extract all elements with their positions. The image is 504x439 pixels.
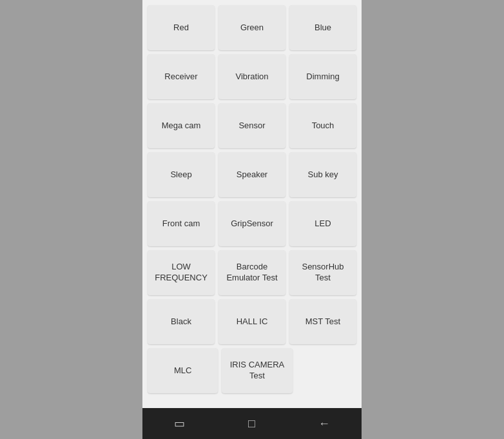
btn-blue[interactable]: Blue — [289, 5, 356, 50]
btn-mlc[interactable]: MLC — [148, 348, 218, 393]
btn-receiver[interactable]: Receiver — [148, 54, 215, 99]
btn-dimming[interactable]: Dimming — [289, 54, 356, 99]
phone-container: RedGreenBlueReceiverVibrationDimmingMega… — [142, 0, 362, 439]
btn-sleep[interactable]: Sleep — [148, 152, 215, 197]
btn-speaker[interactable]: Speaker — [218, 152, 286, 197]
btn-red[interactable]: Red — [148, 5, 215, 50]
recent-apps-icon[interactable]: ▭ — [161, 411, 198, 436]
btn-low-frequency[interactable]: LOW FREQUENCY — [148, 250, 215, 295]
back-icon[interactable]: ← — [305, 412, 343, 436]
btn-sensorhub-test[interactable]: SensorHub Test — [289, 250, 356, 295]
grid-area: RedGreenBlueReceiverVibrationDimmingMega… — [142, 0, 362, 408]
button-row-2: Mega camSensorTouch — [148, 103, 356, 148]
btn-front-cam[interactable]: Front cam — [148, 201, 215, 246]
btn-black[interactable]: Black — [148, 299, 215, 344]
btn-gripsensor[interactable]: GripSensor — [218, 201, 286, 246]
btn-hall-ic[interactable]: HALL IC — [218, 299, 286, 344]
button-row-5: LOW FREQUENCYBarcode Emulator TestSensor… — [148, 250, 356, 295]
btn-vibration[interactable]: Vibration — [218, 54, 286, 99]
button-row-7: MLCIRIS CAMERA Test — [148, 348, 356, 393]
btn-green[interactable]: Green — [218, 5, 286, 50]
btn-mst-test[interactable]: MST Test — [289, 299, 356, 344]
home-icon[interactable]: □ — [235, 412, 268, 436]
btn-iris-camera-test[interactable]: IRIS CAMERA Test — [222, 348, 292, 393]
nav-bar: ▭ □ ← — [142, 408, 362, 439]
empty-cell-7-2 — [296, 348, 356, 393]
button-row-3: SleepSpeakerSub key — [148, 152, 356, 197]
btn-mega-cam[interactable]: Mega cam — [148, 103, 215, 148]
btn-sub-key[interactable]: Sub key — [289, 152, 356, 197]
btn-led[interactable]: LED — [289, 201, 356, 246]
btn-barcode-emulator-test[interactable]: Barcode Emulator Test — [218, 250, 286, 295]
btn-touch[interactable]: Touch — [289, 103, 356, 148]
button-row-0: RedGreenBlue — [148, 5, 356, 50]
btn-sensor[interactable]: Sensor — [218, 103, 286, 148]
button-row-1: ReceiverVibrationDimming — [148, 54, 356, 99]
button-row-6: BlackHALL ICMST Test — [148, 299, 356, 344]
button-row-4: Front camGripSensorLED — [148, 201, 356, 246]
